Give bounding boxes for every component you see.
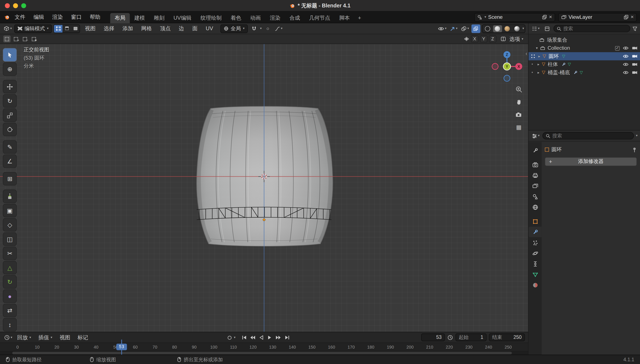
cursor-tool[interactable]: ⊕ (3, 62, 17, 76)
tab-physics[interactable] (528, 248, 542, 258)
workspace-tab-compositing[interactable]: 合成 (285, 13, 305, 23)
select-intersect-mode-button[interactable]: ∗ (30, 36, 38, 42)
scale-tool[interactable] (3, 108, 17, 122)
current-frame-field[interactable]: 53 (421, 334, 445, 342)
viewlayer-name[interactable]: ViewLayer (568, 14, 621, 20)
jump-to-end-button[interactable] (283, 334, 291, 342)
blender-logo-icon[interactable] (3, 14, 11, 20)
jump-to-start-button[interactable] (240, 334, 248, 342)
exclude-checkbox[interactable]: ✓ (615, 46, 619, 50)
shading-rendered-button[interactable] (513, 25, 521, 32)
tweak-select-tool[interactable] (3, 48, 17, 62)
timeline-editor-type-button[interactable]: ▾ (3, 333, 13, 342)
auto-key-button[interactable] (226, 334, 234, 342)
toggle-xray-button[interactable] (471, 24, 480, 33)
copy-scene-icon[interactable] (542, 14, 547, 20)
copy-viewlayer-icon[interactable] (623, 14, 628, 20)
menu-mesh[interactable]: 网格 (138, 25, 155, 32)
workspace-tab-shading[interactable]: 着色 (226, 13, 246, 23)
proportional-edit-button[interactable]: ○ (263, 24, 272, 33)
menu-view[interactable]: 视图 (82, 25, 99, 32)
spin-tool[interactable]: ↻ (3, 275, 17, 289)
edge-slide-tool[interactable]: ⇄ (3, 304, 17, 317)
object-row-lid-bottom[interactable]: • ▸ ▽ 桶盖-桶底 ▽ (528, 68, 640, 77)
menu-face[interactable]: 面 (189, 25, 201, 32)
face-select-button[interactable] (71, 25, 80, 32)
snap-symmetry-icon[interactable] (500, 36, 506, 42)
frame-start-field[interactable]: 起始1 (456, 334, 487, 342)
workspace-tab-layout[interactable]: 布局 (110, 13, 130, 23)
measure-tool[interactable]: ∠ (3, 154, 17, 168)
menu-edge[interactable]: 边 (175, 25, 187, 32)
view-menu[interactable]: 视图 (56, 334, 73, 340)
shading-solid-button[interactable] (493, 25, 502, 32)
rotate-tool[interactable]: ↻ (3, 94, 17, 108)
menu-window[interactable]: 窗口 (67, 11, 86, 23)
mirror-x-button[interactable]: X (471, 36, 479, 42)
timeline-scrollbar-thumb[interactable] (12, 352, 512, 354)
transform-tool[interactable] (3, 122, 17, 136)
remove-viewlayer-icon[interactable]: ✕ (630, 14, 634, 20)
menu-help[interactable]: 帮助 (86, 11, 105, 23)
tab-constraints[interactable] (528, 258, 542, 269)
hide-eye-icon[interactable] (623, 46, 628, 50)
hide-eye-icon[interactable] (623, 54, 628, 58)
knife-tool[interactable]: ✂ (3, 247, 17, 260)
mirror-y-button[interactable]: Y (480, 36, 487, 42)
workspace-tab-uv[interactable]: UV编辑 (169, 13, 196, 23)
zoom-button[interactable] (514, 85, 523, 94)
tab-render[interactable] (528, 160, 542, 170)
workspace-tab-texture-paint[interactable]: 纹理绘制 (196, 13, 226, 23)
preview-range-clock-icon[interactable] (448, 334, 453, 340)
loop-cut-tool[interactable]: ◫ (3, 232, 17, 246)
expand-arrow-icon[interactable]: ▸ (538, 62, 539, 66)
workspace-tab-modeling[interactable]: 建模 (130, 13, 149, 23)
proportional-falloff-button[interactable]: ▾ (274, 24, 283, 33)
tab-view-layer[interactable] (528, 180, 542, 191)
menu-uv[interactable]: UV (202, 25, 217, 32)
play-reverse-button[interactable] (257, 334, 265, 342)
playback-menu[interactable]: 回放▾ (14, 334, 34, 340)
chevron-down-icon[interactable]: ▾ (234, 336, 236, 339)
properties-search-input[interactable] (552, 133, 630, 139)
tab-particles[interactable] (528, 237, 542, 248)
shading-wireframe-button[interactable] (483, 25, 492, 32)
camera-view-button[interactable] (514, 110, 523, 119)
render-visibility-icon[interactable] (632, 62, 637, 66)
hide-eye-icon[interactable] (623, 70, 628, 74)
outliner-display-mode-button[interactable] (542, 24, 551, 33)
timeline-ruler[interactable]: 0102030405060708090100110120130140150160… (0, 343, 528, 352)
bevel-tool[interactable]: ◇ (3, 218, 17, 232)
snap-toggle-button[interactable] (250, 24, 258, 33)
move-tool[interactable] (3, 80, 17, 94)
chevron-down-icon[interactable]: ▾ (485, 16, 486, 18)
transform-orientation-dropdown[interactable]: 全局 ▾ (221, 24, 248, 33)
marker-menu[interactable]: 标记 (74, 334, 91, 340)
scene-name[interactable]: Scene (488, 14, 540, 20)
scene-selector[interactable]: ▾ Scene ✕ (474, 13, 555, 21)
tab-scene[interactable] (528, 191, 542, 202)
outliner-search[interactable] (553, 25, 630, 32)
scene-collection-row[interactable]: 场景集合 (528, 36, 640, 44)
play-button[interactable] (266, 334, 274, 342)
vertex-select-button[interactable] (54, 25, 62, 32)
workspace-tab-sculpting[interactable]: 雕刻 (149, 13, 169, 23)
extrude-region-tool[interactable] (3, 190, 17, 203)
hide-eye-icon[interactable] (623, 62, 628, 66)
viewport-canvas[interactable]: + − ∗ X Y Z 选项▾ ⊕ ↻ (0, 34, 528, 332)
unlink-scene-icon[interactable]: ✕ (549, 14, 552, 20)
inset-faces-tool[interactable]: ▣ (3, 204, 17, 217)
mode-dropdown[interactable]: 编辑模式 ▾ (14, 24, 52, 33)
prev-keyframe-button[interactable] (249, 334, 257, 342)
workspace-tab-geometry-nodes[interactable]: 几何节点 (305, 13, 335, 23)
chevron-down-icon[interactable]: ▾ (636, 134, 638, 137)
tab-object[interactable] (528, 216, 542, 226)
select-set-mode-button[interactable] (3, 36, 11, 42)
frame-end-field[interactable]: 结束250 (489, 334, 525, 342)
smooth-tool[interactable]: ● (3, 290, 17, 303)
tab-world[interactable] (528, 202, 542, 212)
menu-file[interactable]: 文件 (11, 11, 30, 23)
editor-type-button[interactable]: ▾ (3, 24, 13, 33)
menu-render[interactable]: 渲染 (48, 11, 67, 23)
edge-select-button[interactable] (62, 25, 71, 32)
